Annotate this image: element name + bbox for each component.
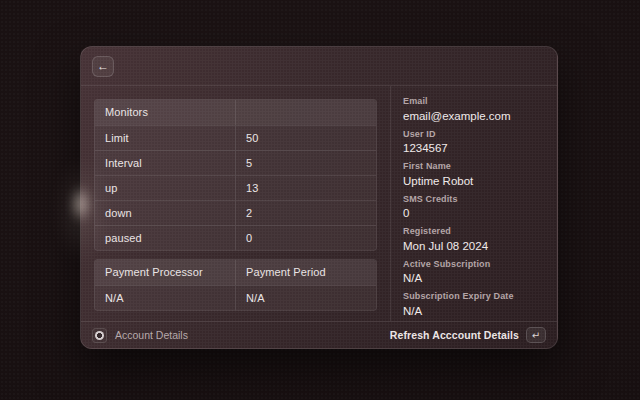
desktop-background: ← Monitors Limit 50 <box>0 0 640 400</box>
up-label: up <box>95 175 236 200</box>
field-value: 0 <box>403 207 545 220</box>
refresh-account-details-button[interactable]: Refresh Acccount Details ↵ <box>390 327 546 343</box>
footer-status: Account Details <box>92 328 188 343</box>
limit-label: Limit <box>95 125 236 150</box>
footer-title: Account Details <box>115 329 188 341</box>
active-subscription-field: Active Subscription N/A <box>403 259 545 286</box>
back-button[interactable]: ← <box>92 56 114 77</box>
payment-processor-header: Payment Processor <box>95 260 236 285</box>
field-label: Email <box>403 96 545 106</box>
table-row: Limit 50 <box>95 125 376 150</box>
first-name-field: First Name Uptime Robot <box>403 161 545 188</box>
interval-label: Interval <box>95 150 236 175</box>
field-label: User ID <box>403 129 545 139</box>
field-value: N/A <box>403 305 545 318</box>
main-panel: Monitors Limit 50 Interval 5 <box>81 86 390 321</box>
sms-credits-field: SMS Credits 0 <box>403 194 545 221</box>
window-header: ← <box>81 47 557 86</box>
payment-period-value: N/A <box>236 285 377 310</box>
record-circle-icon <box>92 328 107 343</box>
field-label: Registered <box>403 226 545 236</box>
down-label: down <box>95 200 236 225</box>
payment-period-header: Payment Period <box>236 260 377 285</box>
footer-bar: Account Details Refresh Acccount Details… <box>81 321 557 348</box>
payment-processor-value: N/A <box>95 285 236 310</box>
table-row: Interval 5 <box>95 150 376 175</box>
details-sidebar: Email email@example.com User ID 1234567 … <box>390 86 557 321</box>
monitors-header-cell: Monitors <box>95 100 236 125</box>
field-value: 1234567 <box>403 142 545 155</box>
interval-value: 5 <box>236 150 377 175</box>
field-label: Subscription Expiry Date <box>403 291 545 301</box>
refresh-label: Refresh Acccount Details <box>390 329 519 341</box>
back-arrow-icon: ← <box>97 59 109 73</box>
paused-label: paused <box>95 225 236 250</box>
monitors-table: Monitors Limit 50 Interval 5 <box>94 99 377 251</box>
empty-header-cell <box>236 100 377 125</box>
payment-table: Payment Processor Payment Period N/A N/A <box>94 259 377 311</box>
registered-field: Registered Mon Jul 08 2024 <box>403 226 545 253</box>
field-label: SMS Credits <box>403 194 545 204</box>
table-row: N/A N/A <box>95 285 376 310</box>
field-value: N/A <box>403 272 545 285</box>
table-row: down 2 <box>95 200 376 225</box>
user-id-field: User ID 1234567 <box>403 129 545 156</box>
subscription-expiry-field: Subscription Expiry Date N/A <box>403 291 545 318</box>
table-row: paused 0 <box>95 225 376 250</box>
limit-value: 50 <box>236 125 377 150</box>
field-value: email@example.com <box>403 110 545 123</box>
window-body: Monitors Limit 50 Interval 5 <box>81 86 557 321</box>
down-value: 2 <box>236 200 377 225</box>
field-value: Mon Jul 08 2024 <box>403 240 545 253</box>
email-field: Email email@example.com <box>403 96 545 123</box>
up-value: 13 <box>236 175 377 200</box>
field-label: First Name <box>403 161 545 171</box>
field-label: Active Subscription <box>403 259 545 269</box>
field-value: Uptime Robot <box>403 175 545 188</box>
table-header-row: Payment Processor Payment Period <box>95 260 376 285</box>
enter-key-icon: ↵ <box>526 327 546 343</box>
table-row: up 13 <box>95 175 376 200</box>
table-header-row: Monitors <box>95 100 376 125</box>
account-details-window: ← Monitors Limit 50 <box>80 46 558 349</box>
paused-value: 0 <box>236 225 377 250</box>
